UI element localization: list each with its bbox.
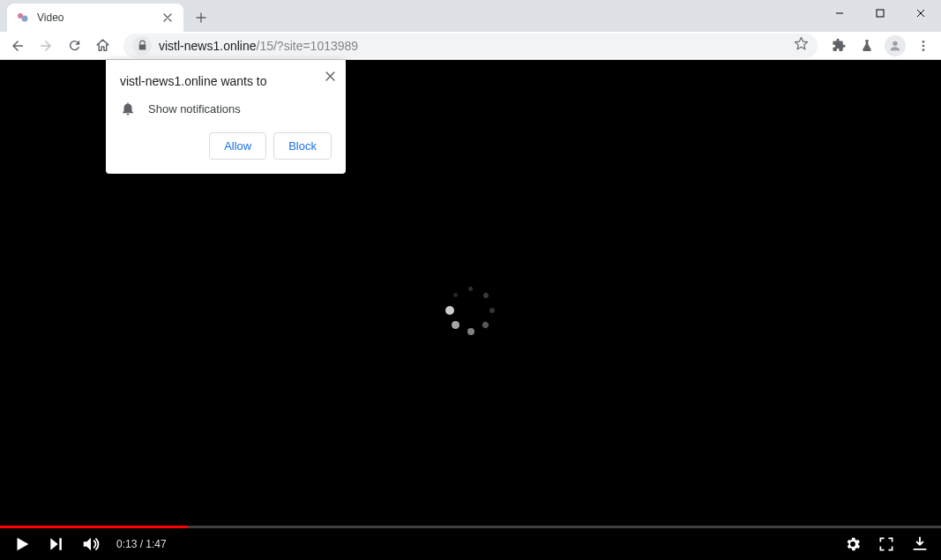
popup-actions: Allow Block <box>120 132 332 160</box>
browser-toolbar: vistl-news1.online/15/?site=1013989 <box>0 32 941 60</box>
home-button[interactable] <box>90 34 115 58</box>
lock-icon <box>137 40 148 51</box>
loading-spinner-icon <box>444 284 497 337</box>
address-bar[interactable]: vistl-news1.online/15/?site=1013989 <box>123 34 818 58</box>
bell-icon <box>120 101 136 116</box>
next-button[interactable] <box>48 535 65 553</box>
settings-button[interactable] <box>844 535 862 553</box>
popup-title: vistl-news1.online wants to <box>120 74 332 88</box>
permission-popup: vistl-news1.online wants to Show notific… <box>106 60 346 174</box>
popup-permission-text: Show notifications <box>148 102 241 116</box>
url-text: vistl-news1.online/15/?site=1013989 <box>159 39 358 53</box>
forward-button <box>34 34 58 58</box>
bookmark-button[interactable] <box>794 36 809 55</box>
person-icon <box>888 39 902 53</box>
gear-icon <box>844 535 862 553</box>
extensions-button[interactable] <box>826 34 851 58</box>
block-button[interactable]: Block <box>273 132 332 160</box>
video-time: 0:13 / 1:47 <box>116 538 167 550</box>
labs-button[interactable] <box>855 34 879 58</box>
browser-titlebar: Video <box>0 0 941 32</box>
url-host: vistl-news1.online <box>159 39 257 53</box>
allow-button[interactable]: Allow <box>209 132 266 160</box>
svg-point-1 <box>22 16 28 22</box>
window-controls <box>819 0 941 32</box>
menu-button[interactable] <box>911 34 936 58</box>
profile-button[interactable] <box>883 34 907 58</box>
play-button[interactable] <box>12 534 32 554</box>
tab-title: Video <box>37 11 153 24</box>
popup-close-button[interactable] <box>321 67 339 85</box>
browser-tab[interactable]: Video <box>7 4 183 32</box>
svg-point-5 <box>922 44 925 47</box>
svg-rect-2 <box>877 10 884 17</box>
site-info-button[interactable] <box>132 36 152 56</box>
volume-button[interactable] <box>81 534 101 554</box>
window-maximize-button[interactable] <box>860 0 900 26</box>
back-button[interactable] <box>5 34 30 58</box>
video-controls: 0:13 / 1:47 <box>0 528 941 560</box>
window-close-button[interactable] <box>900 0 941 26</box>
svg-point-3 <box>892 41 897 45</box>
fullscreen-button[interactable] <box>878 535 895 553</box>
reload-button[interactable] <box>62 34 86 58</box>
svg-point-6 <box>922 49 925 51</box>
popup-permission-row: Show notifications <box>120 101 332 116</box>
new-tab-button[interactable] <box>189 5 213 30</box>
window-minimize-button[interactable] <box>819 0 860 26</box>
tab-favicon-icon <box>16 11 30 25</box>
svg-point-4 <box>922 41 925 43</box>
url-path: /15/?site=1013989 <box>257 39 359 53</box>
tab-close-button[interactable] <box>161 11 175 25</box>
download-button[interactable] <box>911 535 929 553</box>
